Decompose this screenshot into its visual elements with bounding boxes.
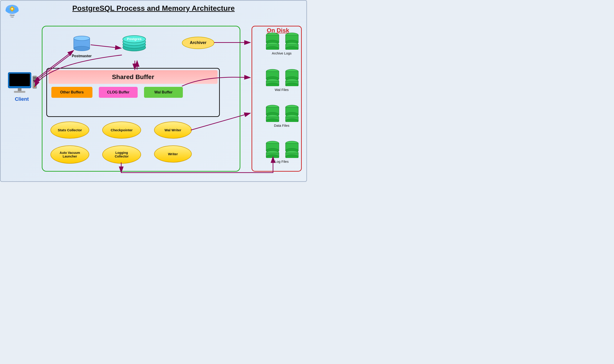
wal-files-icon xyxy=(263,68,300,86)
svg-rect-6 xyxy=(12,10,13,11)
postmaster-label: Postmaster xyxy=(71,54,92,58)
svg-point-53 xyxy=(286,83,298,86)
data-files-section: Data Files xyxy=(263,104,300,127)
svg-rect-5 xyxy=(12,6,13,8)
stats-collector: Stats Collector xyxy=(50,121,89,139)
postmaster-area: Postmaster xyxy=(71,34,92,58)
log-files-label: Log Files xyxy=(263,159,300,163)
postmaster-icon xyxy=(71,34,92,52)
shared-buffer-label: Shared Buffer xyxy=(112,73,154,81)
svg-rect-16 xyxy=(33,77,36,79)
svg-point-71 xyxy=(266,155,279,158)
wal-files-section: Wal Files xyxy=(263,68,300,92)
svg-point-41 xyxy=(286,47,298,50)
svg-rect-14 xyxy=(14,91,25,93)
svg-point-59 xyxy=(266,119,279,122)
svg-rect-7 xyxy=(10,8,11,9)
checkpointer: Checkpointer xyxy=(102,121,141,139)
svg-point-21 xyxy=(74,46,90,51)
svg-point-19 xyxy=(34,86,35,87)
clog-buffer: CLOG Buffer xyxy=(99,87,138,98)
svg-rect-12 xyxy=(9,74,30,86)
shared-buffer-bar: Shared Buffer xyxy=(49,70,218,84)
log-files-icon xyxy=(263,140,300,158)
svg-point-4 xyxy=(11,8,13,10)
svg-rect-8 xyxy=(14,8,14,9)
svg-text:Ugga: Ugga xyxy=(11,16,14,18)
archive-logs-icon xyxy=(263,31,300,50)
other-buffers: Other Buffers xyxy=(51,87,92,98)
postgres-area: Postgres xyxy=(122,34,147,55)
svg-text:Archiver: Archiver xyxy=(190,40,206,45)
svg-rect-13 xyxy=(18,88,21,91)
data-files-icon xyxy=(263,104,300,122)
svg-point-22 xyxy=(74,36,90,40)
client-area: Client xyxy=(5,71,38,102)
archiver-area: Archiver xyxy=(181,36,215,51)
wal-files-label: Wal Files xyxy=(263,88,300,92)
svg-rect-17 xyxy=(33,79,36,81)
data-files-label: Data Files xyxy=(263,124,300,127)
auto-vacuum-launcher: Auto VacuumLauncher xyxy=(50,145,89,164)
svg-point-35 xyxy=(266,47,279,50)
svg-point-77 xyxy=(286,155,298,158)
monitor-icon xyxy=(7,71,37,94)
writer: Writer xyxy=(154,145,192,163)
logo: Cloud Ugga xyxy=(4,3,20,18)
log-files-section: Log Files xyxy=(263,140,300,163)
archive-logs-section: Archive Logs xyxy=(263,31,300,55)
svg-text:Postgres: Postgres xyxy=(127,37,141,41)
client-label: Client xyxy=(5,96,38,102)
svg-point-65 xyxy=(286,119,298,122)
postgres-icon: Postgres xyxy=(122,34,147,54)
svg-text:Cloud: Cloud xyxy=(10,14,14,16)
archive-logs-label: Archive Logs xyxy=(263,51,300,55)
page-title: PostgreSQL Process and Memory Architectu… xyxy=(3,4,304,13)
wal-writer: Wal Writer xyxy=(154,121,192,139)
archiver-icon: Archiver xyxy=(181,36,215,50)
main-container: Cloud Ugga PostgreSQL Process and Memory… xyxy=(0,0,307,182)
wal-buffer: Wal Buffer xyxy=(144,87,183,98)
svg-point-47 xyxy=(266,83,279,86)
svg-point-18 xyxy=(34,84,35,86)
logging-collector: LoggingCollector xyxy=(102,145,141,164)
